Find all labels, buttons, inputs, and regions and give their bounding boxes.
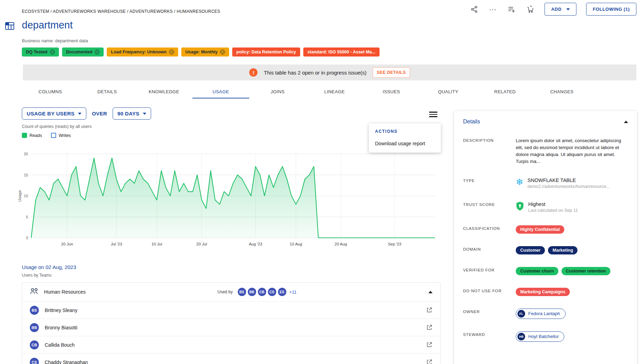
svg-text:10 Aug: 10 Aug <box>290 242 302 246</box>
avatar[interactable]: CB <box>258 288 266 296</box>
more-users-link[interactable]: +11 <box>289 289 297 295</box>
breadcrumb[interactable]: ECOSYSTEM / ADVENTUREWORKS WAREHOUSE / A… <box>22 9 220 14</box>
badge-standard[interactable]: standard: ISO 55000 - Asset Ma... <box>303 47 380 57</box>
actions-menu: ACTIONS Download usage report <box>369 123 441 153</box>
tab-usage[interactable]: USAGE <box>192 85 249 98</box>
add-button[interactable]: ADD <box>545 3 576 16</box>
usage-metric-dropdown[interactable]: USAGE BY USERS <box>22 107 86 120</box>
badge-label: policy: Data Retention Policy <box>236 50 296 54</box>
topbar: ⋯ ADD FOLLOWING (1) <box>470 3 636 16</box>
avatar[interactable]: BS <box>238 288 246 296</box>
legend-writes: Writes <box>51 133 71 138</box>
user-name: Brittney Sleany <box>45 307 77 313</box>
description-text: Lorem ipsum dolor sit amet, consectetur … <box>516 137 628 165</box>
domain-label: DOMAIN <box>463 246 516 254</box>
avatar: BS <box>30 306 39 315</box>
collapse-details-icon[interactable] <box>624 121 628 123</box>
usage-chart: 0510152020 JunJul '2310 Jul20 JulAug '23… <box>17 145 438 250</box>
classification-pill[interactable]: Highly Confidential <box>516 225 564 234</box>
svg-text:10 Jul: 10 Jul <box>151 242 162 246</box>
add-to-cart-icon[interactable] <box>526 5 535 14</box>
user-row[interactable]: CS Chaddy Stranaghan <box>22 353 440 364</box>
details-panel: Details DESCRIPTION Lorem ipsum dolor si… <box>454 111 637 364</box>
steward-label: STEWARD <box>463 331 516 342</box>
avatar[interactable]: BB <box>248 288 256 296</box>
badge-label: standard: ISO 55000 - Asset Ma... <box>307 50 375 54</box>
chart-menu-icon[interactable] <box>429 110 437 119</box>
steward-row: STEWARD HB Hoyt Batchellor <box>463 331 628 342</box>
do-not-use-pill[interactable]: Marketing Campaigns <box>516 288 570 296</box>
tab-joins[interactable]: JOINS <box>249 85 306 98</box>
snowflake-icon: ❄ <box>516 177 523 187</box>
external-link-icon[interactable] <box>426 307 433 313</box>
tab-knowledge[interactable]: KNOWLEDGE <box>136 85 192 98</box>
tab-columns[interactable]: COLUMNS <box>22 85 79 98</box>
steward-name: Hoyt Batchellor <box>528 334 559 339</box>
owner-chip[interactable]: FL Fedora Lantaph <box>516 309 566 319</box>
usage-date-link[interactable]: Usage on 02 Aug, 2023 <box>22 264 76 270</box>
domain-pill[interactable]: Marketing <box>548 246 577 254</box>
tab-related[interactable]: RELATED <box>477 85 533 98</box>
steward-chip[interactable]: HB Hoyt Batchellor <box>516 331 564 342</box>
playlist-add-icon[interactable] <box>507 5 516 14</box>
trust-score-row: TRUST SCORE Highest Last calculated on S… <box>463 201 628 213</box>
badge-row: DQ Tested Documented Load Frequency: Unk… <box>22 47 380 57</box>
svg-text:20 Aug: 20 Aug <box>334 242 347 246</box>
verified-for-label: VERIFIED FOR <box>463 267 516 275</box>
user-row[interactable]: BS Brittney Sleany <box>22 301 440 319</box>
avatar[interactable]: ES <box>278 288 286 296</box>
badge-usage-monthly[interactable]: Usage: Monthly <box>181 47 229 57</box>
reads-swatch <box>22 133 27 138</box>
time-range-label: 90 DAYS <box>118 111 139 116</box>
shield-up-icon <box>516 201 524 213</box>
usage-metric-label: USAGE BY USERS <box>27 111 75 116</box>
collapse-team-icon[interactable] <box>428 291 433 293</box>
time-range-dropdown[interactable]: 90 DAYS <box>113 107 151 120</box>
badge-policy[interactable]: policy: Data Retention Policy <box>232 47 300 57</box>
tab-quality[interactable]: QUALITY <box>420 85 477 98</box>
alert-text: This table has 2 open or in progress iss… <box>264 70 366 76</box>
external-link-icon[interactable] <box>426 359 433 364</box>
description-label: DESCRIPTION <box>463 137 516 165</box>
verified-for-row: VERIFIED FOR Customer churn Customer ret… <box>463 267 628 275</box>
seal-icon <box>220 50 225 54</box>
badge-documented[interactable]: Documented <box>62 47 104 57</box>
tab-lineage[interactable]: LINEAGE <box>306 85 363 98</box>
external-link-icon[interactable] <box>426 324 433 331</box>
menu-item-download-usage-report[interactable]: Download usage report <box>369 137 441 150</box>
type-row: TYPE ❄ SNOWFLAKE TABLE demo2://adventure… <box>463 177 628 189</box>
user-row[interactable]: CB Callida Bouch <box>22 336 440 353</box>
team-name: Human Resources <box>44 289 86 295</box>
tab-bar: COLUMNS DETAILS KNOWLEDGE USAGE JOINS LI… <box>22 85 590 98</box>
external-link-icon[interactable] <box>426 341 433 348</box>
see-details-button[interactable]: SEE DETAILS <box>373 67 410 78</box>
badge-label: Load Frequency: Unknown <box>111 50 166 54</box>
trust-score-sub: Last calculated on Sep 11 <box>528 208 578 213</box>
trust-score-value: Highest <box>528 201 578 207</box>
reads-label: Reads <box>29 133 42 138</box>
tab-issues[interactable]: ISSUES <box>363 85 420 98</box>
domain-pill[interactable]: Customer <box>516 246 545 254</box>
tab-details[interactable]: DETAILS <box>79 85 136 98</box>
verified-pill[interactable]: Customer churn <box>516 267 558 275</box>
seal-icon <box>95 50 99 54</box>
user-row[interactable]: BB Bronny Biasotti <box>22 319 440 336</box>
chevron-down-icon <box>78 113 81 115</box>
badge-load-frequency[interactable]: Load Frequency: Unknown <box>107 47 178 57</box>
share-icon[interactable] <box>470 5 479 14</box>
users-by-teams-label: Users by Teams <box>22 273 52 278</box>
page-title: department <box>22 19 73 31</box>
badge-label: DQ Tested <box>26 50 47 54</box>
svg-text:Usage: Usage <box>18 190 22 201</box>
tab-changes[interactable]: CHANGES <box>533 85 590 98</box>
badge-dq-tested[interactable]: DQ Tested <box>22 47 59 57</box>
following-button[interactable]: FOLLOWING (1) <box>586 3 636 16</box>
chevron-down-icon <box>566 8 570 10</box>
verified-pill[interactable]: Customer retention <box>562 267 610 275</box>
avatar[interactable]: CS <box>268 288 276 296</box>
more-icon[interactable]: ⋯ <box>488 5 497 14</box>
team-header[interactable]: Human Resources Used by BS BB CB CS ES +… <box>22 283 440 301</box>
svg-text:20 Jul: 20 Jul <box>197 242 207 246</box>
legend-reads: Reads <box>22 133 42 138</box>
writes-checkbox[interactable] <box>51 133 56 138</box>
